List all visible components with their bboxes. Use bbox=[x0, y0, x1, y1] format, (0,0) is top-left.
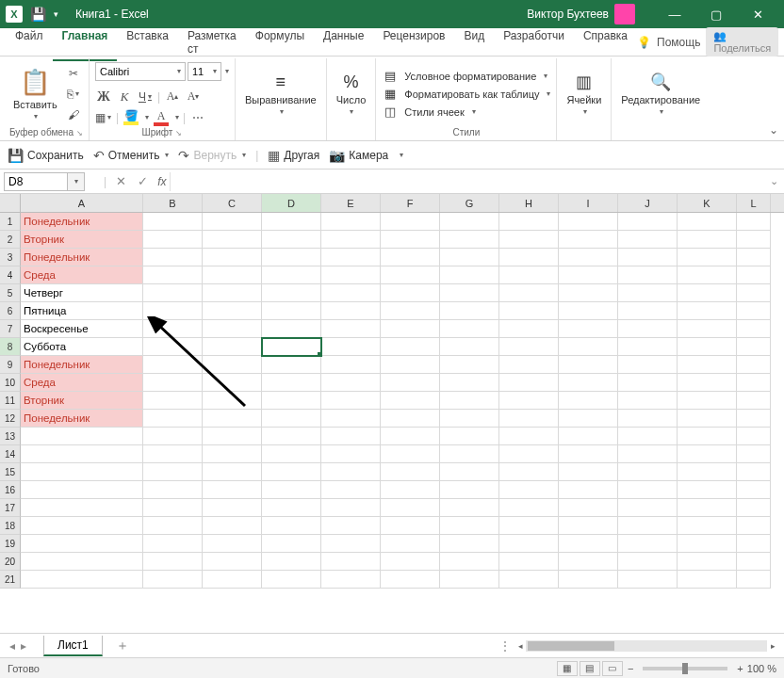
cell[interactable] bbox=[559, 553, 618, 571]
menu-tab-разработчи[interactable]: Разработчи bbox=[494, 24, 574, 61]
cell[interactable] bbox=[321, 410, 381, 428]
cell-styles-button[interactable]: ◫Стили ячеек▾ bbox=[382, 104, 550, 120]
horizontal-scrollbar[interactable]: ◂ ▸ bbox=[514, 639, 778, 653]
cell[interactable] bbox=[678, 499, 737, 517]
cell[interactable] bbox=[559, 356, 618, 374]
cell[interactable] bbox=[499, 499, 559, 517]
cell[interactable] bbox=[499, 302, 559, 320]
cell[interactable] bbox=[678, 266, 737, 284]
cell[interactable] bbox=[381, 374, 440, 392]
cell[interactable] bbox=[381, 535, 440, 553]
column-header[interactable]: K bbox=[678, 194, 737, 212]
cell[interactable] bbox=[737, 302, 771, 320]
cell[interactable] bbox=[737, 338, 771, 356]
column-header[interactable]: I bbox=[559, 194, 618, 212]
cell[interactable] bbox=[499, 213, 559, 231]
cell[interactable] bbox=[321, 231, 381, 249]
save-button[interactable]: 💾Сохранить bbox=[8, 148, 84, 163]
cell[interactable] bbox=[618, 302, 678, 320]
cell[interactable] bbox=[203, 374, 262, 392]
cell[interactable] bbox=[678, 517, 737, 535]
column-header[interactable]: C bbox=[203, 194, 262, 212]
cell[interactable] bbox=[440, 463, 499, 481]
scroll-right-icon[interactable]: ▸ bbox=[767, 641, 778, 651]
menu-tab-формулы[interactable]: Формулы bbox=[246, 24, 314, 61]
cell[interactable] bbox=[143, 302, 203, 320]
cell[interactable] bbox=[321, 517, 381, 535]
qat-dropdown-icon[interactable]: ▾ bbox=[54, 9, 58, 19]
cell[interactable] bbox=[203, 302, 262, 320]
cell[interactable] bbox=[499, 428, 559, 445]
cell[interactable] bbox=[737, 213, 771, 231]
row-header[interactable]: 4 bbox=[0, 266, 21, 284]
cell[interactable] bbox=[262, 553, 321, 571]
redo-button[interactable]: ↷Вернуть▾ bbox=[178, 148, 246, 163]
cell[interactable] bbox=[381, 392, 440, 410]
cell[interactable] bbox=[737, 266, 771, 284]
editing-button[interactable]: 🔍Редактирование▾ bbox=[617, 70, 704, 118]
cell[interactable] bbox=[499, 356, 559, 374]
enter-formula-icon[interactable]: ✓ bbox=[132, 174, 154, 188]
cell[interactable] bbox=[559, 410, 618, 428]
cell[interactable] bbox=[143, 392, 203, 410]
cell[interactable] bbox=[203, 284, 262, 302]
cell[interactable] bbox=[559, 338, 618, 356]
cell[interactable] bbox=[499, 338, 559, 356]
cell[interactable] bbox=[381, 571, 440, 589]
zoom-slider[interactable] bbox=[643, 667, 727, 670]
cell[interactable] bbox=[678, 213, 737, 231]
cell[interactable] bbox=[321, 249, 381, 266]
cell[interactable] bbox=[440, 266, 499, 284]
cell[interactable] bbox=[618, 249, 678, 266]
cell[interactable] bbox=[499, 553, 559, 571]
row-header[interactable]: 7 bbox=[0, 320, 21, 338]
page-break-view-button[interactable]: ▭ bbox=[602, 661, 623, 676]
cell[interactable] bbox=[321, 266, 381, 284]
zoom-in-button[interactable]: + bbox=[733, 663, 746, 674]
cell[interactable] bbox=[678, 356, 737, 374]
cell[interactable] bbox=[262, 302, 321, 320]
name-box-dropdown-icon[interactable]: ▾ bbox=[68, 172, 85, 191]
add-sheet-button[interactable]: ＋ bbox=[106, 635, 139, 657]
font-size-select[interactable]: 11▾ bbox=[188, 62, 221, 81]
cell[interactable] bbox=[737, 535, 771, 553]
cell[interactable] bbox=[21, 499, 143, 517]
cell[interactable] bbox=[262, 410, 321, 428]
menu-tab-справка[interactable]: Справка bbox=[574, 24, 637, 61]
cell[interactable] bbox=[440, 410, 499, 428]
row-header[interactable]: 9 bbox=[0, 356, 21, 374]
cell[interactable]: Среда bbox=[21, 266, 143, 284]
cell[interactable] bbox=[143, 445, 203, 463]
row-header[interactable]: 19 bbox=[0, 535, 21, 553]
cell[interactable] bbox=[262, 266, 321, 284]
cell[interactable] bbox=[321, 571, 381, 589]
cell[interactable] bbox=[618, 356, 678, 374]
save-icon[interactable]: 💾 bbox=[30, 7, 46, 22]
cell[interactable] bbox=[618, 266, 678, 284]
cell[interactable] bbox=[21, 535, 143, 553]
cell[interactable] bbox=[262, 213, 321, 231]
cell[interactable] bbox=[440, 302, 499, 320]
cell[interactable] bbox=[678, 338, 737, 356]
cell[interactable] bbox=[678, 249, 737, 266]
cell[interactable]: Четверг bbox=[21, 284, 143, 302]
cell[interactable] bbox=[262, 481, 321, 499]
cell[interactable] bbox=[559, 266, 618, 284]
conditional-formatting-button[interactable]: ▤Условное форматирование▾ bbox=[382, 68, 550, 84]
cell[interactable] bbox=[440, 535, 499, 553]
cell[interactable] bbox=[203, 231, 262, 249]
cell[interactable] bbox=[381, 410, 440, 428]
cell[interactable] bbox=[559, 499, 618, 517]
cell[interactable] bbox=[499, 463, 559, 481]
cell[interactable] bbox=[618, 517, 678, 535]
cell[interactable] bbox=[499, 517, 559, 535]
cell[interactable] bbox=[499, 249, 559, 266]
cell[interactable] bbox=[143, 356, 203, 374]
cell[interactable] bbox=[440, 499, 499, 517]
column-header[interactable]: J bbox=[618, 194, 678, 212]
cell[interactable] bbox=[143, 266, 203, 284]
cell[interactable] bbox=[381, 249, 440, 266]
scroll-left-icon[interactable]: ◂ bbox=[514, 641, 526, 651]
underline-button[interactable]: Ч▾ bbox=[137, 89, 154, 105]
cell[interactable] bbox=[499, 320, 559, 338]
